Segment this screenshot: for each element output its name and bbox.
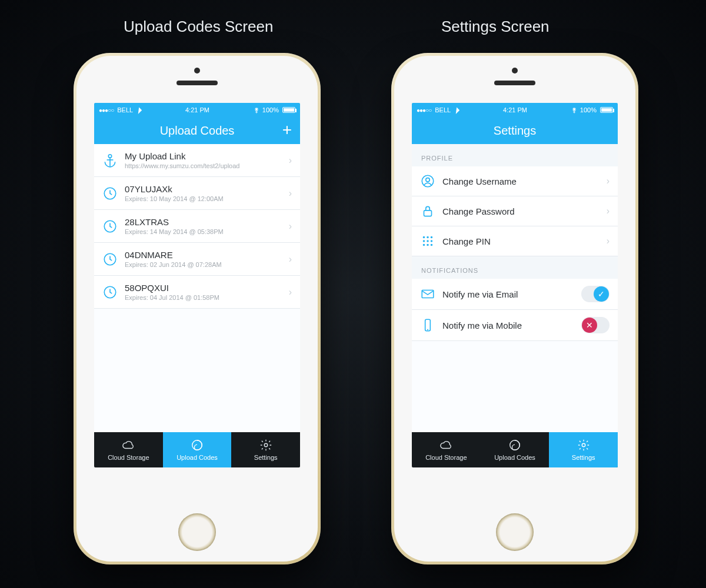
user-icon: [420, 173, 435, 189]
settings-list: PROFILE Change Username › Change Passwor…: [412, 144, 618, 432]
svg-point-25: [582, 443, 585, 447]
chevron-right-icon: ›: [607, 236, 610, 246]
tab-upload-codes[interactable]: Upload Codes: [163, 432, 232, 467]
list-item-code[interactable]: 04DNMARE Expires: 02 Jun 2014 @ 07:28AM …: [94, 243, 300, 276]
chevron-right-icon: ›: [289, 287, 292, 298]
timer-icon: [102, 252, 118, 267]
svg-point-12: [423, 236, 425, 238]
tab-label: Settings: [572, 454, 595, 461]
mail-icon: [420, 286, 435, 302]
cloud-icon: [439, 439, 452, 452]
list-item-subtitle: Expires: 10 May 2014 @ 12:00AM: [125, 195, 282, 202]
tab-label: Upload Codes: [494, 454, 535, 461]
svg-point-13: [427, 236, 428, 238]
navbar-settings: Settings: [412, 117, 618, 144]
anchor-icon: [102, 153, 118, 168]
svg-point-14: [431, 236, 432, 238]
settings-row-label: Change PIN: [442, 236, 600, 246]
add-button[interactable]: +: [282, 122, 292, 138]
keypad-icon: [420, 233, 435, 249]
list-item-title: My Upload Link: [125, 151, 282, 161]
phone-upload: ●●●○○ BELL 4:21 PM ⚵ 100% Upload Codes +: [74, 53, 321, 564]
status-bar: ●●●○○ BELL 4:21 PM ⚵ 100%: [412, 103, 618, 117]
swirl-icon: [191, 439, 204, 452]
toggle-notify-mobile[interactable]: ✕: [581, 317, 610, 333]
svg-point-17: [431, 240, 432, 242]
battery-icon: [282, 107, 295, 113]
settings-row-label: Notify me via Email: [442, 289, 574, 299]
tab-label: Cloud Storage: [108, 454, 149, 461]
list-item-code[interactable]: 28LXTRAS Expires: 14 May 2014 @ 05:38PM …: [94, 210, 300, 243]
tab-settings[interactable]: Settings: [231, 432, 300, 467]
tab-cloud-storage[interactable]: Cloud Storage: [412, 432, 481, 467]
battery-label: 100%: [580, 106, 597, 113]
list-item-subtitle: Expires: 04 Jul 2014 @ 01:58PM: [125, 294, 282, 301]
settings-row-label: Change Password: [442, 206, 600, 216]
settings-row-password[interactable]: Change Password ›: [412, 196, 618, 226]
tab-bar: Cloud Storage Upload Codes Settings: [94, 432, 300, 467]
list-item-code[interactable]: 07YLUJAXk Expires: 10 May 2014 @ 12:00AM…: [94, 177, 300, 210]
phone-camera: [512, 68, 518, 74]
settings-row-username[interactable]: Change Username ›: [412, 166, 618, 196]
timer-icon: [102, 219, 118, 234]
tab-label: Upload Codes: [176, 454, 218, 461]
settings-row-notify-mobile: Notify me via Mobile ✕: [412, 310, 618, 341]
check-icon: ✓: [594, 286, 609, 302]
svg-point-19: [427, 244, 428, 246]
tab-upload-codes[interactable]: Upload Codes: [481, 432, 550, 467]
list-item-title: 07YLUJAXk: [125, 184, 282, 194]
phone-camera: [194, 68, 200, 74]
battery-label: 100%: [262, 106, 279, 113]
clock-label: 4:21 PM: [185, 106, 209, 113]
svg-point-0: [108, 154, 111, 157]
wifi-icon: [136, 106, 141, 113]
svg-point-8: [264, 443, 268, 447]
bluetooth-icon: ⚵: [254, 106, 259, 114]
carrier-label: BELL: [435, 106, 451, 113]
chevron-right-icon: ›: [607, 206, 610, 216]
settings-row-notify-email: Notify me via Email ✓: [412, 279, 618, 310]
chevron-right-icon: ›: [289, 155, 292, 166]
swirl-icon: [508, 439, 521, 452]
tab-label: Settings: [254, 454, 278, 461]
section-header-profile: PROFILE: [412, 144, 618, 166]
chevron-right-icon: ›: [289, 188, 292, 199]
phone-earpiece: [494, 81, 535, 85]
svg-point-10: [426, 178, 430, 182]
timer-icon: [102, 285, 118, 300]
svg-point-16: [427, 240, 428, 242]
lock-icon: [420, 203, 435, 219]
chevron-right-icon: ›: [607, 176, 610, 186]
list-item-code[interactable]: 58OPQXUI Expires: 04 Jul 2014 @ 01:58PM …: [94, 276, 300, 309]
signal-dots-icon: ●●●○○: [417, 107, 431, 113]
phone-earpiece: [176, 81, 218, 85]
gear-icon: [577, 439, 590, 452]
list-item-title: 28LXTRAS: [125, 217, 282, 227]
list-item-title: 58OPQXUI: [125, 283, 282, 293]
tab-bar: Cloud Storage Upload Codes Settings: [412, 432, 618, 467]
wifi-icon: [454, 106, 458, 113]
svg-point-18: [423, 244, 425, 246]
svg-rect-21: [422, 290, 434, 298]
toggle-notify-email[interactable]: ✓: [581, 286, 610, 302]
tab-settings[interactable]: Settings: [549, 432, 618, 467]
list-item-upload-link[interactable]: My Upload Link https://www.my.sumzu.com/…: [94, 144, 300, 177]
status-bar: ●●●○○ BELL 4:21 PM ⚵ 100%: [94, 103, 300, 117]
gear-icon: [259, 439, 272, 452]
svg-rect-11: [424, 211, 432, 216]
svg-point-20: [431, 244, 432, 246]
settings-row-pin[interactable]: Change PIN ›: [412, 226, 618, 256]
tab-cloud-storage[interactable]: Cloud Storage: [94, 432, 163, 467]
navbar-title: Settings: [494, 124, 536, 138]
clock-label: 4:21 PM: [503, 106, 527, 113]
navbar-title: Upload Codes: [160, 124, 235, 138]
home-button[interactable]: [178, 513, 216, 551]
settings-row-label: Change Username: [442, 176, 600, 186]
list-item-title: 04DNMARE: [125, 250, 282, 260]
screen-title-settings: Settings Screen: [441, 18, 550, 36]
tab-label: Cloud Storage: [425, 454, 467, 461]
chevron-right-icon: ›: [289, 221, 292, 232]
screen-upload: ●●●○○ BELL 4:21 PM ⚵ 100% Upload Codes +: [94, 103, 300, 467]
screen-settings: ●●●○○ BELL 4:21 PM ⚵ 100% Settings PROFI…: [412, 103, 618, 467]
home-button[interactable]: [496, 513, 534, 551]
